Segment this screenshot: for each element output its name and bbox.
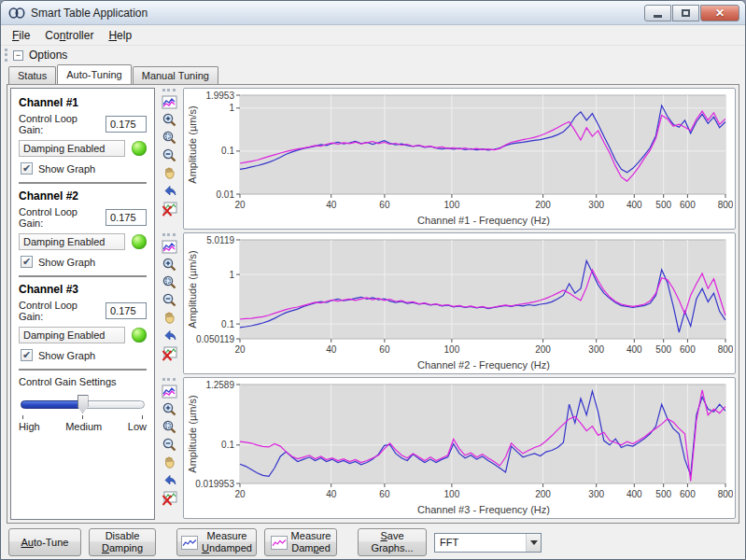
zoom-in-icon[interactable] (160, 400, 178, 418)
channel-3-damping-status: Damping Enabled (19, 327, 125, 343)
disable-damping-label-2: Damping (102, 542, 143, 554)
channel-settings-panel: Channel #1 Control Loop Gain: Damping En… (10, 88, 155, 520)
chart-row-3: 2040601002003004005006008001.25890.10.01… (157, 377, 736, 519)
options-label[interactable]: Options (29, 49, 67, 62)
auto-tune-label: Auto-Tune (21, 537, 69, 548)
zoom-region-icon[interactable] (160, 418, 178, 436)
svg-text:300: 300 (588, 344, 604, 355)
toolbar-grip-icon[interactable] (5, 49, 7, 62)
svg-text:0.1: 0.1 (221, 319, 234, 329)
svg-text:0.1: 0.1 (221, 146, 234, 156)
channel-3-gain-input[interactable] (106, 302, 147, 319)
channel-1-gain-input[interactable] (106, 116, 147, 133)
channel-3-group: Channel #3 Control Loop Gain: Damping En… (19, 283, 147, 371)
menu-file[interactable]: File (5, 26, 37, 45)
slider-label-medium: Medium (65, 421, 102, 432)
channel-2-show-graph-checkbox[interactable]: ✔ (21, 256, 33, 268)
channel-1-damping-status: Damping Enabled (19, 140, 125, 157)
chart-channel-1-graph[interactable]: 2040601002003004005006008001.995310.10.0… (186, 90, 733, 230)
svg-text:200: 200 (535, 489, 551, 499)
control-gain-settings-title: Control Gain Settings (19, 376, 147, 387)
control-gain-slider[interactable] (21, 395, 145, 413)
window-title: Smart Table Application (31, 7, 644, 20)
close-button[interactable]: ✕ (700, 5, 739, 21)
toolbar-grip-icon[interactable] (162, 233, 176, 236)
measure-undamped-label-1: Measure (202, 530, 252, 542)
zoom-out-icon[interactable] (160, 291, 178, 309)
autoscale-graph-icon[interactable] (160, 93, 178, 111)
channel-1-show-graph-checkbox[interactable]: ✔ (21, 162, 33, 175)
svg-text:400: 400 (626, 200, 642, 210)
toolbar-grip-icon[interactable] (162, 378, 176, 381)
channel-3-show-graph-checkbox[interactable]: ✔ (21, 349, 33, 361)
svg-text:20: 20 (234, 489, 246, 499)
pan-hand-icon[interactable] (160, 454, 178, 471)
undo-icon[interactable] (160, 182, 178, 200)
zoom-region-icon[interactable] (160, 273, 178, 291)
svg-text:600: 600 (680, 344, 696, 355)
svg-text:60: 60 (379, 200, 390, 210)
tab-auto-tuning[interactable]: Auto-Tuning (57, 64, 132, 84)
minimize-button[interactable] (644, 5, 671, 21)
zoom-in-icon[interactable] (160, 256, 178, 273)
menu-help[interactable]: Help (101, 26, 139, 45)
clear-graph-icon[interactable] (160, 200, 178, 217)
channel-3-led-indicator (132, 328, 147, 343)
disable-damping-label-1: Disable (102, 530, 143, 542)
undo-icon[interactable] (160, 327, 178, 344)
fft-mode-select[interactable]: FFT (434, 533, 542, 553)
maximize-button[interactable] (672, 5, 699, 21)
charts-column: 2040601002003004005006008001.995310.10.0… (157, 88, 736, 520)
menu-controller[interactable]: Controller (37, 26, 101, 45)
undo-icon[interactable] (160, 471, 178, 489)
title-bar: Smart Table Application ✕ (1, 1, 745, 25)
zoom-in-icon[interactable] (160, 111, 178, 129)
svg-text:100: 100 (444, 344, 460, 355)
svg-text:600: 600 (680, 200, 696, 210)
clear-graph-icon[interactable] (160, 489, 178, 507)
svg-text:1.9953: 1.9953 (205, 91, 234, 101)
disable-damping-button[interactable]: Disable Damping (89, 528, 156, 556)
zoom-region-icon[interactable] (160, 129, 178, 147)
autoscale-graph-icon[interactable] (160, 238, 178, 256)
svg-text:800: 800 (718, 344, 733, 355)
autoscale-graph-icon[interactable] (160, 383, 178, 400)
auto-tuning-page: Channel #1 Control Loop Gain: Damping En… (7, 84, 739, 524)
svg-text:400: 400 (626, 489, 642, 499)
options-toolbar: − Options (1, 46, 745, 64)
slider-thumb[interactable] (77, 395, 89, 413)
pan-hand-icon[interactable] (160, 309, 178, 327)
fft-mode-value: FFT (435, 537, 526, 548)
svg-text:20: 20 (234, 344, 246, 355)
tab-status[interactable]: Status (8, 66, 56, 84)
divider (19, 182, 147, 184)
tab-manual-tuning[interactable]: Manual Tuning (133, 66, 218, 84)
gain-label: Control Loop Gain: (19, 206, 101, 229)
tab-strip: Status Auto-Tuning Manual Tuning (1, 64, 745, 84)
pan-hand-icon[interactable] (160, 164, 178, 182)
chart-row-1: 2040601002003004005006008001.995310.10.0… (157, 88, 736, 230)
chart-channel-3-graph[interactable]: 2040601002003004005006008001.25890.10.01… (186, 379, 733, 519)
svg-text:400: 400 (626, 344, 642, 355)
toolbar-grip-icon[interactable] (162, 89, 176, 91)
channel-1-group: Channel #1 Control Loop Gain: Damping En… (19, 96, 147, 184)
zoom-out-icon[interactable] (160, 147, 178, 164)
graph-toolbar-2 (157, 232, 181, 374)
save-graphs-button[interactable]: Save Graphs... (358, 528, 427, 556)
channel-2-gain-input[interactable] (106, 209, 147, 226)
svg-text:300: 300 (588, 489, 604, 499)
measure-undamped-label-2: Undamped (202, 542, 252, 554)
options-expander-icon[interactable]: − (13, 50, 23, 61)
slider-fill (21, 400, 83, 409)
measure-undamped-button[interactable]: Measure Undamped (176, 528, 257, 556)
bottom-button-bar: Auto-Tune Disable Damping Measure Undamp… (1, 524, 745, 560)
dropdown-arrow-zone[interactable] (526, 534, 541, 552)
divider (19, 275, 147, 277)
auto-tune-button[interactable]: Auto-Tune (8, 528, 81, 556)
measure-damped-button[interactable]: Measure Damped (264, 528, 337, 556)
show-graph-label: Show Graph (38, 163, 95, 175)
zoom-out-icon[interactable] (160, 436, 178, 454)
clear-graph-icon[interactable] (160, 344, 178, 362)
chart-channel-2-graph[interactable]: 2040601002003004005006008005.011910.10.0… (186, 234, 733, 374)
svg-text:40: 40 (326, 200, 337, 210)
